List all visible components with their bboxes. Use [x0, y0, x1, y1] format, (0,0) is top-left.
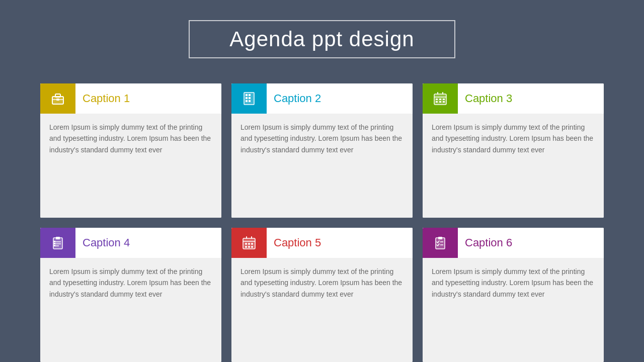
svg-rect-13 [246, 97, 248, 99]
svg-rect-26 [443, 101, 445, 103]
page-title: Agenda ppt design [229, 27, 414, 51]
svg-rect-9 [56, 99, 59, 101]
card-4: Caption 4 Lorem Ipsum is simply dummy te… [40, 228, 221, 362]
card-5-caption: Caption 5 [267, 236, 321, 249]
card-3-body: Lorem Ipsum is simply dummy text of the … [423, 114, 604, 218]
svg-rect-33 [54, 243, 55, 244]
svg-point-43 [248, 246, 250, 248]
card-3-icon-box [423, 83, 458, 114]
card-2-icon-box [231, 83, 267, 114]
card-5-icon-box [231, 228, 267, 258]
card-1: Caption 1 Lorem Ipsum is simply dummy te… [40, 83, 221, 218]
card-6-body: Lorem Ipsum is simply dummy text of the … [423, 258, 604, 362]
card-6-header: Caption 6 [423, 228, 604, 258]
calendar-dots-icon [241, 235, 257, 251]
card-1-icon [50, 90, 66, 107]
card-1-icon-box [40, 83, 75, 114]
svg-rect-22 [439, 99, 441, 100]
card-5-body: Lorem Ipsum is simply dummy text of the … [231, 258, 413, 362]
svg-rect-14 [249, 97, 251, 99]
card-4-body: Lorem Ipsum is simply dummy text of the … [40, 258, 221, 362]
svg-rect-12 [249, 94, 251, 96]
svg-point-40 [248, 243, 250, 245]
svg-rect-25 [439, 101, 441, 103]
building-icon [241, 90, 257, 107]
card-3-header: Caption 3 [423, 83, 604, 114]
svg-rect-28 [56, 237, 60, 239]
card-3: Caption 3 Lorem Ipsum is simply dummy te… [423, 83, 604, 218]
cards-grid: Caption 1 Lorem Ipsum is simply dummy te… [40, 83, 604, 362]
card-4-header: Caption 4 [40, 228, 221, 258]
card-5-text: Lorem Ipsum is simply dummy text of the … [240, 266, 404, 300]
card-2-caption: Caption 2 [267, 92, 321, 105]
card-2: Caption 2 Lorem Ipsum is simply dummy te… [231, 83, 413, 218]
card-5-header: Caption 5 [231, 228, 413, 258]
card-6: Caption 6 Lorem Ipsum is simply dummy te… [423, 228, 604, 362]
card-1-header: Caption 1 [40, 83, 221, 114]
title-container: Agenda ppt design [189, 20, 455, 58]
calendar-grid-icon [432, 90, 448, 107]
card-2-header: Caption 2 [231, 83, 413, 114]
svg-rect-24 [436, 101, 438, 103]
svg-rect-11 [246, 94, 248, 96]
card-1-text: Lorem Ipsum is simply dummy text of the … [49, 122, 212, 155]
svg-rect-45 [436, 238, 445, 249]
svg-rect-46 [438, 237, 442, 239]
svg-rect-23 [443, 99, 445, 100]
checklist-icon [432, 235, 448, 251]
card-6-icon-box [423, 228, 458, 258]
svg-rect-16 [249, 100, 251, 102]
clipboard-icon [50, 235, 66, 251]
card-2-text: Lorem Ipsum is simply dummy text of the … [240, 122, 404, 155]
svg-rect-15 [246, 100, 248, 102]
card-4-caption: Caption 4 [75, 236, 130, 249]
svg-rect-7 [55, 94, 60, 97]
card-1-body: Lorem Ipsum is simply dummy text of the … [40, 114, 221, 218]
card-4-text: Lorem Ipsum is simply dummy text of the … [49, 266, 212, 300]
svg-rect-32 [54, 241, 55, 242]
svg-point-39 [245, 243, 247, 245]
svg-rect-21 [436, 99, 438, 100]
card-1-caption: Caption 1 [75, 92, 130, 105]
card-6-caption: Caption 6 [458, 236, 512, 249]
svg-point-42 [245, 246, 247, 248]
card-6-text: Lorem Ipsum is simply dummy text of the … [432, 266, 595, 300]
card-3-caption: Caption 3 [458, 92, 512, 105]
card-4-icon-box [40, 228, 75, 258]
svg-point-41 [251, 243, 253, 245]
svg-rect-34 [54, 245, 55, 246]
card-2-body: Lorem Ipsum is simply dummy text of the … [231, 114, 413, 218]
card-5: Caption 5 Lorem Ipsum is simply dummy te… [231, 228, 413, 362]
card-3-text: Lorem Ipsum is simply dummy text of the … [432, 122, 595, 155]
svg-point-44 [251, 246, 253, 248]
